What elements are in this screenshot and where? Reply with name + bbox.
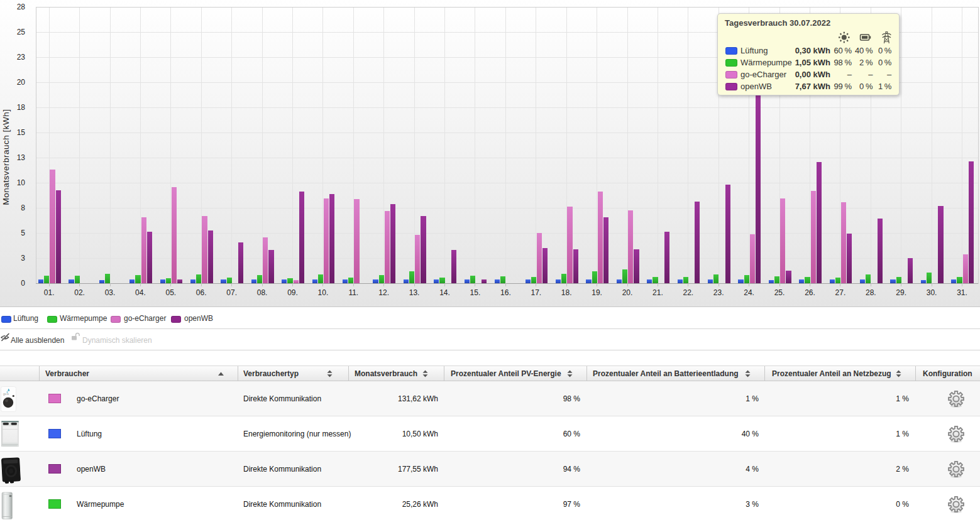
svg-text:13: 13	[17, 153, 26, 162]
svg-text:12.: 12.	[378, 288, 389, 297]
svg-text:09.: 09.	[287, 288, 298, 297]
svg-text:go-e: go-e	[3, 393, 9, 396]
svg-text:14.: 14.	[439, 288, 450, 297]
svg-text:13.: 13.	[409, 288, 420, 297]
svg-text:07.: 07.	[226, 288, 237, 297]
svg-text:21.: 21.	[652, 288, 663, 297]
svg-text:25: 25	[17, 28, 26, 36]
svg-text:08.: 08.	[257, 288, 268, 297]
svg-text:11.: 11.	[348, 288, 358, 297]
svg-text:10: 10	[17, 178, 26, 187]
svg-text:17.: 17.	[531, 288, 541, 297]
svg-text:04.: 04.	[135, 288, 146, 297]
svg-text:22.: 22.	[683, 288, 693, 297]
svg-text:05.: 05.	[165, 288, 176, 297]
svg-text:18.: 18.	[561, 288, 572, 297]
svg-text:23: 23	[17, 53, 26, 62]
svg-text:25.: 25.	[774, 288, 785, 297]
svg-text:15.: 15.	[470, 288, 481, 297]
svg-text:19.: 19.	[592, 288, 602, 297]
svg-text:06.: 06.	[196, 288, 207, 297]
svg-text:28.: 28.	[866, 288, 876, 297]
svg-text:20: 20	[17, 78, 26, 87]
svg-text:24.: 24.	[744, 288, 754, 297]
svg-text:15: 15	[17, 128, 26, 137]
svg-text:02.: 02.	[74, 288, 85, 297]
svg-text:23.: 23.	[713, 288, 724, 297]
svg-text:03.: 03.	[105, 288, 116, 297]
svg-text:28: 28	[17, 3, 26, 11]
svg-text:0: 0	[21, 279, 25, 288]
svg-text:30.: 30.	[927, 288, 937, 297]
svg-text:10.: 10.	[318, 288, 329, 297]
svg-text:26.: 26.	[805, 288, 815, 297]
svg-text:20.: 20.	[622, 288, 633, 297]
svg-text:18: 18	[17, 103, 26, 112]
svg-text:8: 8	[21, 203, 25, 212]
svg-text:16.: 16.	[500, 288, 511, 297]
svg-text:5: 5	[21, 229, 25, 237]
svg-text:29.: 29.	[896, 288, 906, 297]
svg-text:Monatsverbrauch [kWh]: Monatsverbrauch [kWh]	[1, 109, 11, 205]
svg-text:27.: 27.	[835, 288, 846, 297]
svg-text:3: 3	[21, 254, 25, 263]
svg-text:01.: 01.	[44, 288, 55, 297]
svg-text:31.: 31.	[957, 288, 967, 297]
